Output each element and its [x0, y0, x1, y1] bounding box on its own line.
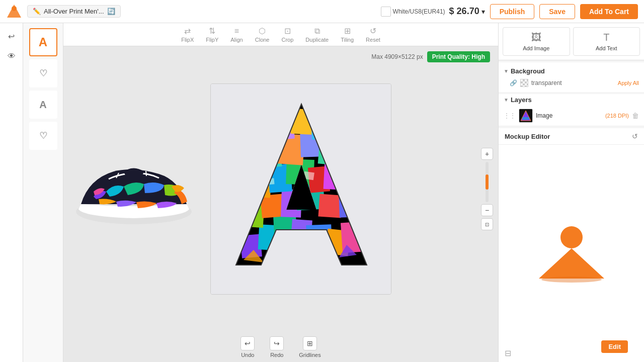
tiling-button[interactable]: ⊞ Tiling [341, 26, 354, 43]
thumb-label-0: A [39, 35, 47, 49]
svg-rect-30 [273, 114, 294, 140]
price-chevron[interactable]: ▾ [481, 8, 485, 16]
design-a-svg [226, 94, 377, 285]
layer-drag-handle[interactable]: ⋮⋮ [504, 112, 516, 119]
duplicate-button[interactable]: ⧉ Duplicate [305, 27, 329, 43]
background-section: ▼ Backgroud 🔗 transparent Apply All [499, 62, 644, 92]
redo-label: Redo [270, 352, 283, 358]
redo-icon: ↪ [270, 336, 284, 350]
background-header[interactable]: ▼ Backgroud [499, 65, 644, 77]
mockup-edit-button[interactable]: Edit [601, 340, 628, 353]
layers-chevron: ▼ [504, 97, 509, 103]
add-image-button[interactable]: 🖼 Add Image [503, 27, 570, 56]
color-label: White/US8(EUR41) [393, 8, 445, 15]
zoom-bar: + − ⊡ [481, 148, 493, 230]
price-area: White/US8(EUR41) $ 26.70 ▾ [381, 6, 485, 17]
add-to-cart-button[interactable]: Add To Cart [580, 4, 638, 19]
print-quality-badge: Print Quality: High [427, 51, 490, 62]
svg-rect-41 [522, 117, 529, 120]
price-value: $ 26.70 [449, 6, 479, 17]
align-icon: ≡ [234, 27, 239, 36]
header: ✏️ All-Over Print Men'... 🔄 White/US8(EU… [0, 0, 644, 23]
main-layout: ↩ 👁 A ♡ A ♡ ⇄ FlipX ⇅ FlipY [0, 23, 644, 362]
thumb-label-1: ♡ [39, 68, 47, 79]
thumbnail-item-3[interactable]: ♡ [29, 122, 57, 150]
logo [6, 4, 22, 20]
svg-marker-43 [539, 248, 604, 279]
crop-button[interactable]: ⊡ Crop [282, 26, 294, 43]
max-size-label: Max 4909×5122 px [371, 53, 423, 60]
publish-button[interactable]: Publish [490, 4, 535, 19]
mockup-bottom-icon: ⊟ [505, 348, 511, 358]
thumbnail-item-1[interactable]: ♡ [29, 59, 57, 87]
flipx-icon: ⇄ [184, 26, 191, 36]
layer-name-label: Image [536, 112, 602, 119]
svg-rect-11 [290, 219, 312, 248]
apply-all-button[interactable]: Apply All [618, 80, 639, 86]
tiling-label: Tiling [341, 37, 354, 43]
duplicate-label: Duplicate [305, 37, 329, 43]
svg-rect-33 [295, 245, 307, 267]
color-swatch [381, 7, 391, 17]
thumbnail-item-0[interactable]: A [29, 28, 57, 56]
zoom-in-button[interactable]: + [481, 148, 493, 160]
flipy-label: FlipY [206, 37, 218, 43]
svg-rect-12 [306, 224, 332, 248]
undo-icon: ↩ [240, 336, 255, 350]
design-canvas[interactable] [210, 83, 391, 295]
shoe-preview [68, 139, 199, 239]
canvas-wrap[interactable]: Max 4909×5122 px Print Quality: High [63, 46, 498, 332]
flipx-button[interactable]: ⇄ FlipX [181, 26, 194, 43]
mockup-preview: Edit ⊟ [499, 145, 644, 362]
toolbar: ⇄ FlipX ⇅ FlipY ≡ Align ⬡ Clone ⊡ Crop ⧉… [63, 23, 498, 46]
thumbnail-item-2[interactable]: A [29, 90, 57, 119]
gridlines-icon: ⊞ [303, 336, 317, 350]
undo-sidebar-button[interactable]: ↩ [4, 28, 20, 44]
thumb-label-3: ♡ [39, 130, 47, 141]
thumbnail-panel: A ♡ A ♡ [23, 23, 63, 362]
layer-thumbnail [519, 109, 533, 123]
flipy-button[interactable]: ⇅ FlipY [206, 26, 218, 43]
left-sidebar: ↩ 👁 [0, 23, 23, 362]
reset-label: Reset [366, 37, 380, 43]
add-text-button[interactable]: T Add Text [573, 27, 640, 56]
bg-color-swatch[interactable] [520, 79, 528, 87]
product-name-area[interactable]: ✏️ All-Over Print Men'... 🔄 [27, 5, 121, 18]
bg-value-label: transparent [531, 79, 615, 86]
align-button[interactable]: ≡ Align [230, 27, 243, 43]
background-row: 🔗 transparent Apply All [499, 77, 644, 89]
gridlines-button[interactable]: ⊞ Gridlines [299, 336, 320, 358]
layer-thumb-svg [519, 109, 532, 122]
layer-dpi-label: (218 DPI) [605, 113, 629, 119]
svg-rect-29 [318, 136, 341, 165]
background-chevron: ▼ [504, 68, 509, 74]
zoom-thumb [486, 174, 489, 190]
mockup-svg [531, 223, 612, 284]
product-sync-icon: 🔄 [107, 8, 115, 15]
svg-line-6 [146, 171, 146, 176]
zoom-track [486, 162, 489, 202]
reset-button[interactable]: ↺ Reset [366, 26, 380, 43]
undo-label: Undo [241, 352, 254, 358]
tiling-icon: ⊞ [344, 26, 351, 36]
svg-rect-25 [324, 161, 350, 191]
layer-delete-button[interactable]: 🗑 [632, 112, 639, 120]
clone-label: Clone [255, 37, 270, 43]
save-button[interactable]: Save [539, 4, 575, 19]
mockup-refresh-button[interactable]: ↺ [632, 132, 638, 140]
zoom-out-button[interactable]: − [481, 204, 493, 216]
crop-label: Crop [282, 37, 294, 43]
eye-sidebar-button[interactable]: 👁 [4, 48, 20, 64]
mockup-header: Mockup Editor ↺ [499, 128, 644, 145]
layers-header[interactable]: ▼ Layers [499, 94, 644, 106]
add-image-label: Add Image [523, 45, 549, 51]
undo-button[interactable]: ↩ Undo [240, 336, 255, 358]
mockup-title: Mockup Editor [505, 133, 550, 140]
svg-point-44 [541, 277, 602, 283]
zoom-fit-button[interactable]: ⊡ [481, 218, 493, 230]
redo-button[interactable]: ↪ Redo [270, 336, 284, 358]
clone-button[interactable]: ⬡ Clone [255, 26, 270, 43]
right-panel: 🖼 Add Image T Add Text ▼ Backgroud 🔗 tra… [498, 23, 644, 362]
mockup-editor: Mockup Editor ↺ Edit ⊟ [499, 128, 644, 362]
link-icon: 🔗 [510, 79, 517, 86]
